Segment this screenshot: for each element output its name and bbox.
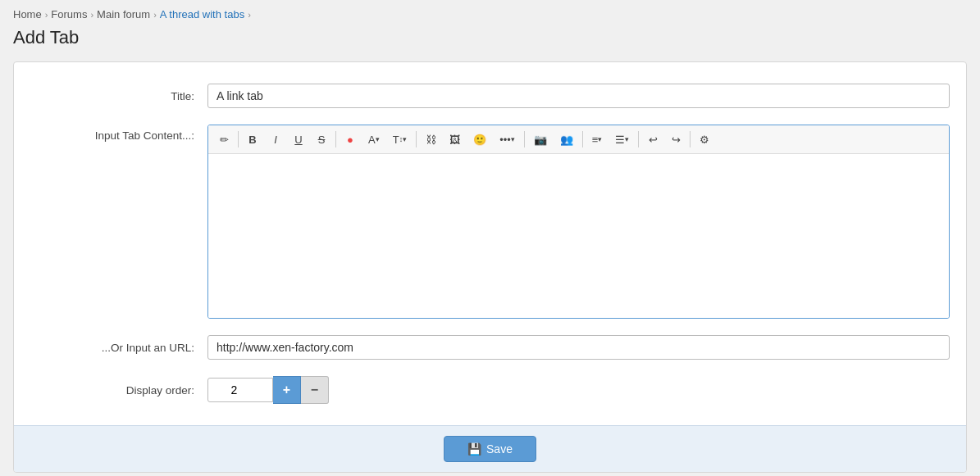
toolbar-sep-2 — [335, 131, 336, 147]
breadcrumb-home[interactable]: Home — [13, 8, 42, 20]
editor-wrapper: ✏ B I U S ● A ▾ — [207, 125, 950, 319]
content-label: Input Tab Content...: — [30, 125, 194, 142]
stepper-group: + − — [207, 376, 329, 404]
undo-btn[interactable]: ↩ — [642, 129, 663, 150]
form-body: Title: Input Tab Content...: ✏ B I — [14, 62, 966, 425]
emoji-btn[interactable]: 🙂 — [467, 129, 492, 150]
toolbar-sep-1 — [238, 131, 239, 147]
title-label: Title: — [30, 90, 194, 102]
breadcrumb-main-forum[interactable]: Main forum — [97, 8, 150, 20]
link-btn[interactable]: ⛓ — [420, 129, 442, 150]
settings-btn[interactable]: ⚙ — [694, 129, 715, 150]
underline-btn[interactable]: U — [288, 129, 309, 150]
users-btn[interactable]: 👥 — [554, 129, 579, 150]
title-input[interactable] — [207, 84, 950, 108]
camera-btn[interactable]: 📷 — [528, 129, 553, 150]
breadcrumb-sep-2: › — [90, 10, 93, 20]
font-size-btn[interactable]: T↕▾ — [387, 129, 413, 150]
breadcrumb-sep-1: › — [45, 10, 48, 20]
toolbar-sep-5 — [582, 131, 583, 147]
toolbar-sep-6 — [638, 131, 639, 147]
toolbar-sep-4 — [524, 131, 525, 147]
toolbar-sep-3 — [416, 131, 417, 147]
breadcrumb: Home › Forums › Main forum › A thread wi… — [13, 8, 967, 20]
font-family-btn[interactable]: A ▾ — [362, 129, 385, 150]
breadcrumb-sep-3: › — [153, 10, 157, 20]
url-label: ...Or Input an URL: — [30, 342, 194, 354]
align-btn[interactable]: ≡▾ — [586, 129, 609, 150]
strike-btn[interactable]: S — [311, 129, 332, 150]
save-icon: 💾 — [467, 442, 481, 456]
decrement-btn[interactable]: − — [301, 376, 329, 404]
redo-btn[interactable]: ↪ — [665, 129, 686, 150]
form-footer: 💾 Save — [14, 425, 966, 472]
editor-content[interactable] — [208, 154, 949, 318]
toolbar-sep-7 — [690, 131, 691, 147]
url-row: ...Or Input an URL: — [14, 327, 966, 368]
page-wrapper: Home › Forums › Main forum › A thread wi… — [0, 0, 980, 476]
italic-btn[interactable]: I — [265, 129, 286, 150]
save-label: Save — [486, 442, 513, 456]
list-btn[interactable]: ☰▾ — [609, 129, 635, 150]
breadcrumb-current: A thread with tabs — [160, 8, 244, 20]
color-btn[interactable]: ● — [340, 129, 361, 150]
increment-btn[interactable]: + — [273, 376, 301, 404]
order-row: Display order: + − — [14, 368, 966, 412]
bold-btn[interactable]: B — [242, 129, 263, 150]
content-row: Input Tab Content...: ✏ B I U S — [14, 116, 966, 327]
eraser-btn[interactable]: ✏ — [213, 129, 235, 150]
order-label: Display order: — [30, 384, 194, 397]
form-card: Title: Input Tab Content...: ✏ B I — [13, 61, 967, 473]
url-input[interactable] — [207, 335, 950, 360]
title-row: Title: — [14, 75, 966, 116]
more-btn[interactable]: •••▾ — [494, 129, 521, 150]
order-input[interactable] — [207, 378, 273, 402]
image-btn[interactable]: 🖼 — [444, 129, 466, 150]
breadcrumb-sep-4: › — [248, 10, 251, 20]
editor-toolbar: ✏ B I U S ● A ▾ — [208, 125, 949, 154]
breadcrumb-forums[interactable]: Forums — [51, 8, 87, 20]
save-button[interactable]: 💾 Save — [444, 436, 536, 462]
page-title: Add Tab — [13, 27, 967, 48]
